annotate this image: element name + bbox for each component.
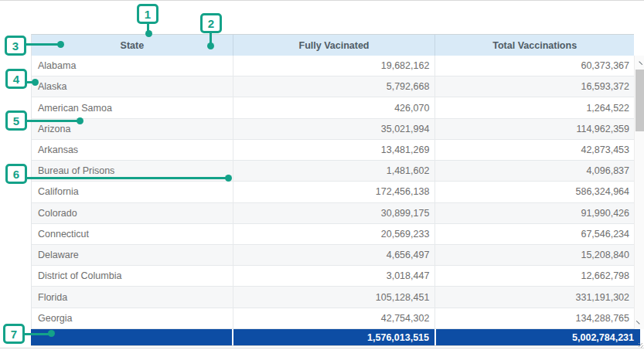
annotation-callout-7: 7 — [3, 324, 25, 344]
fully-vaccinated-cell: 3,018,447 — [233, 266, 435, 286]
scroll-up-button[interactable] — [635, 57, 644, 69]
totals-total-vaccinations-cell: 5,002,784,231 — [434, 329, 640, 345]
annotation-connector-5 — [26, 120, 78, 122]
column-header-fully-vaccinated[interactable]: Fully Vacinated — [233, 35, 435, 56]
annotation-label-6: 6 — [13, 168, 19, 181]
annotation-dot-5 — [77, 117, 83, 124]
state-cell: American Samoa — [32, 97, 233, 117]
chevron-up-icon — [636, 61, 642, 67]
annotation-callout-2: 2 — [200, 13, 222, 33]
annotation-label-1: 1 — [145, 8, 151, 21]
table-row[interactable]: Georgia 42,754,302 134,288,765 — [32, 308, 634, 329]
annotation-dot-4 — [32, 79, 39, 86]
total-vaccinations-cell: 15,208,840 — [434, 245, 634, 265]
state-cell: Colorado — [32, 203, 233, 223]
total-vaccinations-cell: 1,264,522 — [434, 97, 634, 117]
table-row[interactable]: Delaware 4,656,497 15,208,840 — [32, 245, 634, 266]
fully-vaccinated-cell: 5,792,668 — [233, 76, 435, 97]
annotation-connector-6 — [26, 177, 227, 179]
total-vaccinations-cell: 60,373,367 — [434, 56, 634, 76]
fully-vaccinated-cell: 4,656,497 — [233, 245, 435, 265]
annotation-dot-3 — [57, 41, 64, 48]
state-cell: Connecticut — [32, 224, 233, 244]
fully-vaccinated-cell: 426,070 — [233, 97, 435, 117]
table-row[interactable]: Florida 105,128,451 331,191,302 — [32, 287, 634, 308]
scroll-down-button[interactable] — [635, 316, 644, 328]
state-cell: Florida — [32, 287, 233, 307]
annotation-callout-5: 5 — [5, 110, 27, 131]
total-vaccinations-cell: 67,546,234 — [434, 224, 634, 244]
vaccinations-table: State Fully Vacinated Total Vaccinations… — [31, 34, 644, 346]
bottom-border-line — [0, 348, 644, 348]
resize-grip-icon — [639, 343, 643, 348]
state-cell: Alabama — [32, 56, 233, 76]
fully-vaccinated-cell: 30,899,175 — [233, 203, 435, 223]
table-row[interactable]: American Samoa 426,070 1,264,522 — [32, 97, 634, 118]
fully-vaccinated-cell: 19,682,162 — [233, 56, 435, 76]
top-border-line — [0, 0, 644, 1]
totals-state-cell — [31, 329, 232, 345]
table-row[interactable]: Alaska 5,792,668 16,593,372 — [32, 76, 634, 97]
fully-vaccinated-cell: 13,481,269 — [233, 140, 435, 160]
total-vaccinations-cell: 91,990,426 — [434, 203, 634, 223]
table-body-rows: Alabama 19,682,162 60,373,367 Alaska 5,7… — [31, 56, 634, 329]
vaccination-table-screen: State Fully Vacinated Total Vaccinations… — [0, 0, 644, 350]
scrollbar-thumb[interactable] — [635, 70, 644, 131]
annotation-label-3: 3 — [12, 39, 19, 53]
annotation-callout-1: 1 — [137, 4, 158, 24]
table-row[interactable]: Connecticut 20,569,233 67,546,234 — [32, 224, 634, 245]
table-row[interactable]: California 172,456,138 586,324,964 — [32, 182, 634, 202]
annotation-label-4: 4 — [13, 73, 19, 86]
annotation-dot-2 — [207, 42, 214, 49]
total-vaccinations-cell: 586,324,964 — [434, 182, 634, 202]
fully-vaccinated-cell: 35,021,994 — [233, 119, 435, 139]
annotation-label-5: 5 — [13, 114, 19, 127]
state-cell: Georgia — [32, 308, 233, 328]
column-header-total-vaccinations[interactable]: Total Vaccinations — [434, 35, 634, 56]
total-vaccinations-cell: 114,962,359 — [434, 119, 634, 139]
annotation-dot-6 — [225, 175, 232, 182]
state-cell: California — [32, 182, 233, 202]
fully-vaccinated-cell: 42,754,302 — [233, 308, 435, 328]
fully-vaccinated-cell: 105,128,451 — [233, 287, 435, 307]
total-vaccinations-cell: 134,288,765 — [434, 308, 634, 328]
totals-row: 1,576,013,515 5,002,784,231 — [31, 329, 640, 346]
fully-vaccinated-cell: 172,456,138 — [233, 182, 435, 202]
vertical-scrollbar[interactable] — [634, 56, 644, 329]
total-vaccinations-cell: 331,191,302 — [434, 287, 634, 307]
state-cell: Alaska — [32, 76, 233, 97]
table-row[interactable]: Arizona 35,021,994 114,962,359 — [32, 119, 634, 140]
annotation-connector-3 — [26, 43, 60, 46]
annotation-callout-3: 3 — [5, 36, 26, 56]
annotation-label-7: 7 — [11, 328, 17, 341]
annotation-callout-4: 4 — [5, 69, 27, 89]
table-header-row: State Fully Vacinated Total Vaccinations — [31, 34, 634, 56]
total-vaccinations-cell: 4,096,837 — [434, 161, 634, 181]
totals-fully-vaccinated-cell: 1,576,013,515 — [232, 329, 434, 345]
annotation-connector-7 — [24, 333, 49, 335]
total-vaccinations-cell: 12,662,798 — [434, 266, 634, 286]
total-vaccinations-cell: 42,873,453 — [434, 140, 634, 160]
chevron-down-icon — [636, 318, 642, 324]
fully-vaccinated-cell: 1,481,602 — [233, 161, 435, 181]
annotation-callout-6: 6 — [5, 164, 27, 184]
annotation-dot-1 — [145, 30, 152, 37]
total-vaccinations-cell: 16,593,372 — [434, 76, 634, 97]
annotation-dot-7 — [48, 330, 55, 337]
state-cell: Arkansas — [32, 140, 233, 160]
state-cell: Delaware — [32, 245, 233, 265]
table-row[interactable]: Colorado 30,899,175 91,990,426 — [32, 203, 634, 224]
fully-vaccinated-cell: 20,569,233 — [233, 224, 435, 244]
annotation-label-2: 2 — [208, 17, 214, 30]
table-body: Alabama 19,682,162 60,373,367 Alaska 5,7… — [31, 56, 644, 329]
table-row[interactable]: Arkansas 13,481,269 42,873,453 — [32, 140, 634, 161]
state-cell: District of Columbia — [32, 266, 233, 286]
table-row[interactable]: District of Columbia 3,018,447 12,662,79… — [32, 266, 634, 287]
table-row[interactable]: Alabama 19,682,162 60,373,367 — [32, 56, 634, 76]
